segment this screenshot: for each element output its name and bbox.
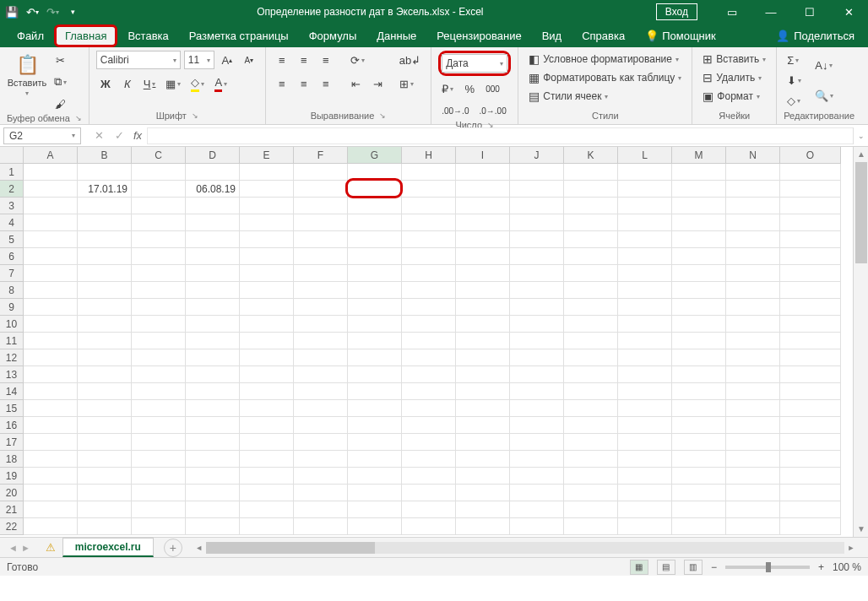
vscroll-thumb[interactable] [855,162,867,263]
cell-H18[interactable] [402,451,456,468]
cell-J14[interactable] [510,383,564,400]
cell-G12[interactable] [348,349,402,366]
row-header-17[interactable]: 17 [0,434,24,451]
cell-A4[interactable] [24,214,78,231]
row-header-18[interactable]: 18 [0,451,24,468]
cell-E4[interactable] [240,214,294,231]
cell-F16[interactable] [294,417,348,434]
cell-I5[interactable] [456,231,510,248]
col-header-E[interactable]: E [240,147,294,164]
cell-N11[interactable] [726,333,780,349]
cell-D20[interactable] [186,485,240,501]
cell-G18[interactable] [348,451,402,468]
cell-H6[interactable] [402,248,456,265]
maximize-button[interactable]: ☐ [790,0,829,24]
cell-A17[interactable] [24,434,78,451]
sheet-next-button[interactable]: ► [21,543,30,553]
col-header-J[interactable]: J [510,147,564,164]
cell-L8[interactable] [618,282,672,299]
cancel-formula-button[interactable]: ✕ [91,129,106,142]
cell-E9[interactable] [240,299,294,316]
cell-G19[interactable] [348,468,402,485]
add-sheet-button[interactable]: + [164,539,182,557]
cell-K18[interactable] [564,451,618,468]
col-header-G[interactable]: G [348,147,402,164]
normal-view-button[interactable]: ▦ [630,560,648,575]
cell-O8[interactable] [780,282,841,299]
cell-A5[interactable] [24,231,78,248]
tab-layout[interactable]: Разметка страницы [179,24,299,47]
bold-button[interactable]: Ж [96,74,115,93]
cell-B19[interactable] [78,468,132,485]
cell-L22[interactable] [618,518,672,535]
percent-button[interactable]: % [460,79,479,98]
cell-O21[interactable] [780,501,841,518]
cell-C6[interactable] [132,248,186,265]
cell-I9[interactable] [456,299,510,316]
conditional-formatting-button[interactable]: ◧Условное форматирование▾ [525,51,682,68]
cell-L13[interactable] [618,366,672,383]
cell-C5[interactable] [132,231,186,248]
cell-C15[interactable] [132,400,186,417]
hscroll-right[interactable]: ► [844,544,858,552]
cell-D21[interactable] [186,501,240,518]
cell-G22[interactable] [348,518,402,535]
row-header-13[interactable]: 13 [0,366,24,383]
cell-K7[interactable] [564,265,618,282]
row-header-1[interactable]: 1 [0,164,24,181]
format-painter-button[interactable]: 🖌 [51,95,69,113]
cell-L18[interactable] [618,451,672,468]
font-launcher[interactable]: ↘ [192,111,198,120]
cell-B3[interactable] [78,198,132,214]
decrease-font-button[interactable]: A▾ [240,51,258,69]
cell-H15[interactable] [402,400,456,417]
cell-G2[interactable] [348,181,402,198]
cell-M10[interactable] [672,316,726,333]
row-header-12[interactable]: 12 [0,349,24,366]
cell-G3[interactable] [348,198,402,214]
row-header-5[interactable]: 5 [0,231,24,248]
cell-G6[interactable] [348,248,402,265]
cell-H20[interactable] [402,485,456,501]
cell-M9[interactable] [672,299,726,316]
row-header-20[interactable]: 20 [0,485,24,501]
increase-indent-button[interactable]: ⇥ [369,74,388,93]
cell-B1[interactable] [78,164,132,181]
cell-B9[interactable] [78,299,132,316]
cell-F18[interactable] [294,451,348,468]
cell-I22[interactable] [456,518,510,535]
col-header-K[interactable]: K [564,147,618,164]
cell-K3[interactable] [564,198,618,214]
cell-A11[interactable] [24,333,78,349]
cell-C2[interactable] [132,181,186,198]
cell-K13[interactable] [564,366,618,383]
cell-D2[interactable]: 06.08.19 [186,181,240,198]
cell-M11[interactable] [672,333,726,349]
sheet-prev-button[interactable]: ◄ [8,543,18,553]
cell-F6[interactable] [294,248,348,265]
cell-O5[interactable] [780,231,841,248]
find-select-button[interactable]: 🔍▾ [811,81,837,110]
cell-N8[interactable] [726,282,780,299]
cell-N3[interactable] [726,198,780,214]
cell-N22[interactable] [726,518,780,535]
align-left-button[interactable]: ≡ [273,74,291,93]
cell-M13[interactable] [672,366,726,383]
tab-help[interactable]: Справка [572,24,635,47]
cell-A3[interactable] [24,198,78,214]
scroll-down-arrow[interactable]: ▼ [854,522,868,537]
cell-E10[interactable] [240,316,294,333]
cell-H2[interactable] [402,181,456,198]
cell-O14[interactable] [780,383,841,400]
cell-H17[interactable] [402,434,456,451]
cell-J20[interactable] [510,485,564,501]
cell-A12[interactable] [24,349,78,366]
tab-view[interactable]: Вид [532,24,572,47]
cell-A20[interactable] [24,485,78,501]
cell-I21[interactable] [456,501,510,518]
cell-B7[interactable] [78,265,132,282]
vertical-scrollbar[interactable]: ▲ ▼ [853,147,868,537]
align-bottom-button[interactable]: ≡ [317,51,335,69]
cell-A10[interactable] [24,316,78,333]
cell-C16[interactable] [132,417,186,434]
